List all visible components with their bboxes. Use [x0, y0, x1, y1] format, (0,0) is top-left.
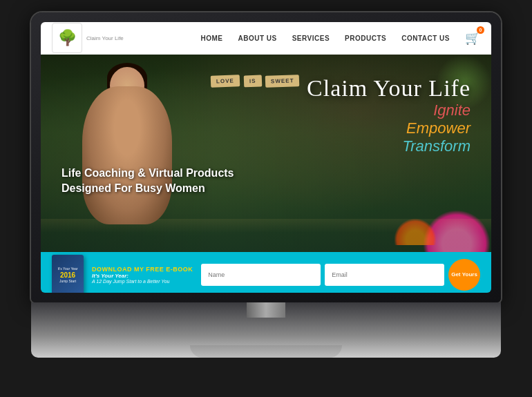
nav-about[interactable]: ABOUT US [238, 35, 276, 42]
cta-strip: It's Your Year 2016 Jump Start DOWNLOAD … [41, 252, 491, 293]
nav-home[interactable]: HOME [200, 35, 222, 42]
cta-form: Get Yours [201, 259, 480, 291]
hero-left-text: Life Coaching & Virtual Products Designe… [61, 166, 234, 197]
logo-area: 🌳 Claim Your Life [52, 23, 124, 53]
monitor-body: 🌳 Claim Your Life HOME ABOUT US SERVICES… [31, 12, 501, 302]
hero-right-content: Claim Your Life Ignite Empower Transform [307, 75, 471, 155]
hero-empower: Empower [307, 119, 471, 137]
cta-headline: DOWNLOAD MY FREE E-BOOK [92, 266, 193, 273]
ebook-cover: It's Your Year 2016 Jump Start [52, 255, 84, 293]
cta-subtitle: It's Your Year: [92, 273, 193, 279]
monitor: 🌳 Claim Your Life HOME ABOUT US SERVICES… [24, 12, 508, 385]
hero-ignite: Ignite [307, 101, 471, 119]
logo-text: Claim Your Life [86, 35, 124, 42]
nav-products[interactable]: PRODUCTS [345, 35, 386, 42]
logo-tree-icon: 🌳 [58, 29, 77, 47]
love-tag-1: LOVE [211, 75, 240, 87]
name-input[interactable] [201, 264, 321, 286]
hero-tagline: Life Coaching & Virtual Products Designe… [61, 166, 234, 197]
person-silhouette [82, 86, 172, 224]
cta-description: A 12 Day Jump Start to a Better You [92, 279, 193, 284]
nav-links: HOME ABOUT US SERVICES PRODUCTS CONTACT … [200, 30, 480, 46]
cart-icon[interactable]: 🛒 0 [465, 30, 480, 46]
stand-base [190, 345, 342, 358]
screen: 🌳 Claim Your Life HOME ABOUT US SERVICES… [41, 22, 491, 293]
person-body [82, 86, 172, 224]
monitor-stand [31, 302, 501, 358]
love-tag-2: IS [243, 75, 261, 87]
email-input[interactable] [325, 264, 444, 286]
logo-image: 🌳 [52, 23, 82, 53]
cta-text-area: DOWNLOAD MY FREE E-BOOK It's Your Year: … [92, 266, 193, 284]
love-banner: LOVE IS SWEET [211, 75, 300, 87]
cart-badge: 0 [477, 26, 484, 34]
navbar: 🌳 Claim Your Life HOME ABOUT US SERVICES… [41, 22, 491, 55]
hero-main-title: Claim Your Life [307, 75, 471, 101]
nav-services[interactable]: SERVICES [292, 35, 330, 42]
hero-section: LOVE IS SWEET Life Coaching & Virtual Pr [41, 55, 491, 252]
stand-neck [247, 302, 285, 318]
person-image [82, 86, 172, 224]
hero-transform: Transform [307, 137, 471, 155]
ebook-subtitle-text: Jump Start [59, 279, 76, 284]
ebook-year: 2016 [60, 271, 75, 279]
love-tag-3: SWEET [265, 75, 300, 88]
nav-contact[interactable]: CONTACT US [401, 35, 450, 42]
get-yours-button[interactable]: Get Yours [448, 259, 480, 291]
